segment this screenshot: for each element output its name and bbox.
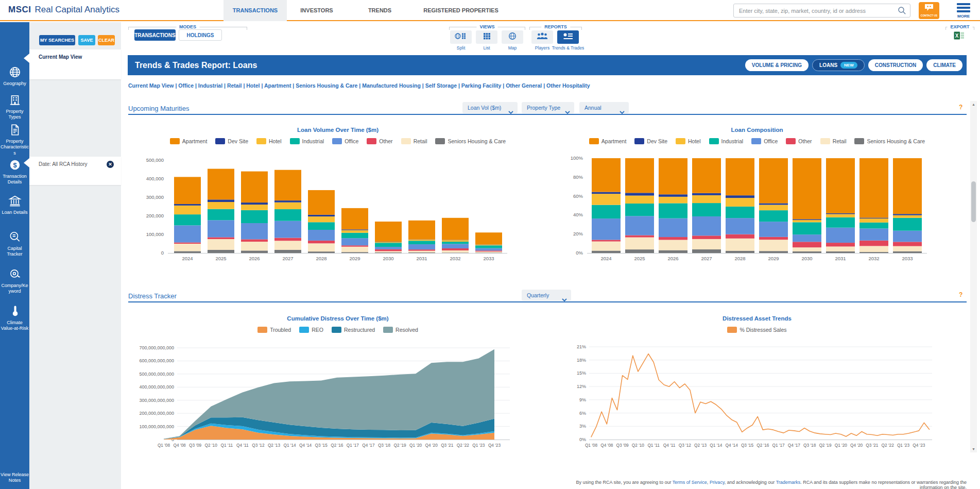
legend-item[interactable]: Restructured <box>332 327 375 333</box>
help-icon[interactable]: ? <box>959 291 962 298</box>
breadcrumb-link[interactable]: Seniors Housing & Care <box>296 82 357 89</box>
legend-item[interactable]: Troubled <box>257 327 291 333</box>
distress-frequency-dropdown[interactable]: Quarterly <box>522 290 571 301</box>
search-input[interactable] <box>733 4 910 18</box>
filter-card-current-map-view[interactable]: Current Map View <box>29 49 121 79</box>
chart-title-distressed-asset-trends: Distressed Asset Trends <box>572 315 942 322</box>
legend-item[interactable]: Resolved <box>383 327 418 333</box>
tab-loans[interactable]: LOANS NEW <box>812 59 865 71</box>
breadcrumb-link[interactable]: Parking Facility <box>461 82 502 89</box>
sidebar-item-property-characteristics[interactable]: Property Characteristics <box>0 123 29 156</box>
search-icon[interactable] <box>898 6 906 17</box>
scroll-down-arrow[interactable]: ▼ <box>970 446 977 452</box>
scroll-up-arrow[interactable]: ▲ <box>970 101 977 108</box>
views-group-frame: VIEWS <box>449 27 525 27</box>
report-players-label[interactable]: Players <box>535 45 549 50</box>
mode-holdings-button[interactable]: HOLDINGS <box>179 29 222 41</box>
legend-item[interactable]: Seniors Housing & Care <box>435 138 506 144</box>
legend-label: Retail <box>414 138 427 144</box>
view-release-notes-link[interactable]: View Release Notes <box>0 472 29 484</box>
breadcrumb-link[interactable]: Other General <box>506 82 542 89</box>
filter-card-date[interactable]: Date: All RCA History ✕ <box>29 157 121 185</box>
view-map-button[interactable] <box>502 30 523 44</box>
svg-text:300,000,000,000: 300,000,000,000 <box>139 398 174 403</box>
view-list-label[interactable]: List <box>483 45 490 50</box>
export-excel-button[interactable]: X <box>954 31 965 42</box>
view-map-label[interactable]: Map <box>508 45 517 50</box>
help-icon[interactable]: ? <box>959 104 962 111</box>
players-people-icon <box>536 32 548 42</box>
legend-item[interactable]: Office <box>751 138 778 144</box>
nav-tab-registered-properties[interactable]: REGISTERED PROPERTIES <box>412 0 510 21</box>
legend-item[interactable]: REO <box>299 327 323 333</box>
legend-item[interactable]: Office <box>332 138 358 144</box>
view-list-button[interactable] <box>476 30 497 44</box>
property-type-dropdown[interactable]: Property Type <box>522 102 574 113</box>
legend-item[interactable]: Retail <box>401 138 427 144</box>
sidebar-item-property-types[interactable]: Property Types <box>0 93 29 121</box>
breadcrumb-link[interactable]: Current Map View <box>128 82 174 89</box>
breadcrumb-link[interactable]: Office <box>178 82 194 89</box>
report-trends-trades-label[interactable]: Trends & Trades <box>552 45 584 50</box>
legend-item[interactable]: Seniors Housing & Care <box>854 138 925 144</box>
legend-item[interactable]: Retail <box>820 138 847 144</box>
sidebar-item-capital-tracker[interactable]: Capital Tracker <box>0 230 29 258</box>
tab-climate[interactable]: CLIMATE <box>926 59 962 71</box>
nav-tab-trends[interactable]: TRENDS <box>355 0 404 21</box>
breadcrumb: Current Map View | Office | Industrial |… <box>128 82 590 89</box>
legend-item[interactable]: Apartment <box>589 138 626 144</box>
keyword-magnifier-icon <box>0 267 29 281</box>
report-trends-trades-button[interactable] <box>557 30 579 44</box>
view-split-button[interactable] <box>450 30 472 44</box>
legend-item[interactable]: % Distressed Sales <box>727 327 786 333</box>
breadcrumb-link[interactable]: Retail <box>227 82 242 89</box>
mode-transactions-button[interactable]: TRANSACTIONS <box>134 29 176 41</box>
legend-item[interactable]: Industrial <box>290 138 324 144</box>
view-split-label[interactable]: Split <box>457 45 466 50</box>
svg-text:60%: 60% <box>573 193 583 199</box>
report-type-switcher: VOLUME & PRICING LOANS NEW CONSTRUCTION … <box>745 59 962 71</box>
legend-item[interactable]: Hotel <box>676 138 701 144</box>
breadcrumb-link[interactable]: Self Storage <box>425 82 457 89</box>
tab-volume-pricing[interactable]: VOLUME & PRICING <box>745 59 809 71</box>
remove-date-filter-icon[interactable]: ✕ <box>107 161 114 168</box>
breadcrumb-link[interactable]: Hotel <box>246 82 260 89</box>
frequency-dropdown[interactable]: Annual <box>579 102 629 113</box>
sidebar-item-climate-value-at-risk[interactable]: Climate Value-at-Risk <box>0 305 29 332</box>
loan-vol-dropdown[interactable]: Loan Vol ($m) <box>462 102 518 113</box>
legend-item[interactable]: Industrial <box>709 138 744 144</box>
legend-item[interactable]: Dev Site <box>634 138 667 144</box>
scrollbar-thumb[interactable] <box>971 181 976 222</box>
legend-item[interactable]: Other <box>786 138 812 144</box>
breadcrumb-link[interactable]: Apartment <box>264 82 291 89</box>
report-players-button[interactable] <box>531 30 553 44</box>
legal-footnote: By using the RCA site, you are agreeing … <box>575 480 967 489</box>
legend-item[interactable]: Dev Site <box>215 138 248 144</box>
clear-button[interactable]: CLEAR <box>98 35 115 45</box>
sidebar-item-loan-details[interactable]: Loan Details <box>0 194 29 215</box>
footnote-text: By using the RCA site, you are agreeing … <box>576 480 672 485</box>
save-button[interactable]: SAVE <box>78 35 95 45</box>
msci-rca-logo[interactable]: MSCIReal Capital Analytics <box>8 5 119 15</box>
breadcrumb-link[interactable]: Other Hospitality <box>546 82 590 89</box>
legend-item[interactable]: Apartment <box>170 138 207 144</box>
nav-tab-transactions[interactable]: TRANSACTIONS <box>223 0 287 21</box>
privacy-link[interactable]: Privacy <box>710 480 725 485</box>
tab-construction[interactable]: CONSTRUCTION <box>868 59 923 71</box>
sidebar-item-company-keyword[interactable]: Company/Keyword <box>0 267 29 295</box>
breadcrumb-link[interactable]: Manufactured Housing <box>362 82 421 89</box>
sidebar-item-geography[interactable]: Geography <box>0 65 29 87</box>
contact-us-button[interactable]: CONTACT US <box>919 2 939 19</box>
my-searches-button[interactable]: MY SEARCHES <box>39 35 75 45</box>
svg-text:Q4 '08: Q4 '08 <box>173 443 186 448</box>
views-group-label: VIEWS <box>476 24 497 29</box>
svg-text:Q2 '22: Q2 '22 <box>882 443 895 448</box>
legend-item[interactable]: Other <box>367 138 392 144</box>
more-menu-button[interactable]: MORE <box>956 3 971 19</box>
trademarks-link[interactable]: Trademarks <box>776 480 801 485</box>
breadcrumb-link[interactable]: Industrial <box>198 82 222 89</box>
nav-tab-investors[interactable]: INVESTORS <box>291 0 342 21</box>
legend-item[interactable]: Hotel <box>256 138 282 144</box>
terms-of-service-link[interactable]: Terms of Service <box>673 480 707 485</box>
svg-text:Q4 '14: Q4 '14 <box>299 443 312 448</box>
